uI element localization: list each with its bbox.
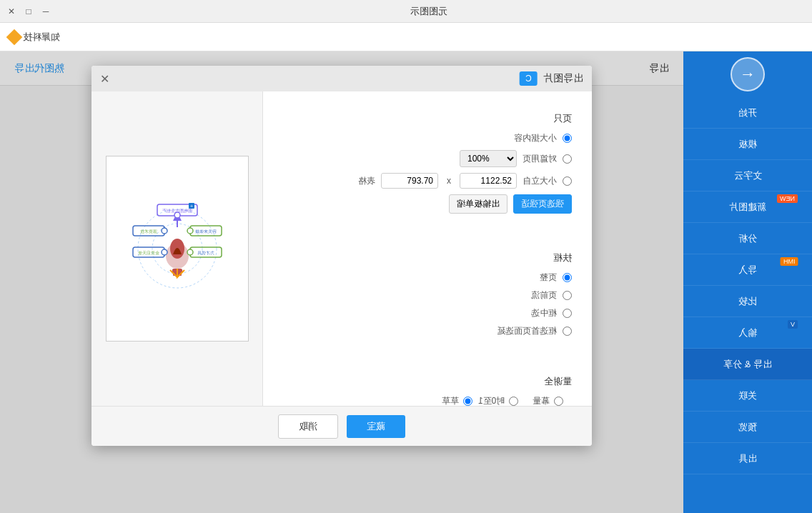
- logo-icon: [6, 29, 23, 45]
- page-size-radio[interactable]: [563, 154, 572, 164]
- sidebar-item-fenxi[interactable]: 分析: [683, 223, 812, 254]
- svg-text:力才优具: 力才优具: [197, 251, 214, 255]
- sidebar-item-chuju[interactable]: 出具: [683, 443, 812, 474]
- sidebar-item-chudao[interactable]: 出导 & 分享: [683, 349, 812, 380]
- svg-point-20: [187, 249, 193, 255]
- app-title: 元图图示: [410, 5, 447, 18]
- page-size-select-label: 对篇用页: [523, 153, 557, 165]
- fit-content-radio[interactable]: [563, 134, 572, 143]
- svg-text:源资术技: 源资术技: [140, 229, 157, 234]
- window-controls[interactable]: ✕ □ ─: [6, 6, 51, 17]
- sidebar-item-shuru[interactable]: V 输入: [683, 317, 812, 349]
- custom-height-input[interactable]: [381, 173, 438, 189]
- ok-button[interactable]: 藏宝: [347, 415, 405, 438]
- size-separator: x: [447, 176, 451, 186]
- page-section-title: 页只: [553, 112, 572, 125]
- sidebar-item-bijiao[interactable]: 比较: [683, 286, 812, 317]
- custom-width-input[interactable]: [460, 173, 517, 189]
- custom-size-radio[interactable]: [563, 176, 572, 186]
- sidebar-item-yuelan[interactable]: 预览: [683, 412, 812, 443]
- frame-selected-row: 框中选: [283, 307, 572, 319]
- content-area: 熟图代出导 出导 ✕ C 出导图片: [0, 51, 683, 513]
- sidebar-item-kaishi[interactable]: 开始: [683, 97, 812, 129]
- frame-whole-radio[interactable]: [563, 273, 572, 282]
- page-fit-button[interactable]: 出输板单缩: [449, 194, 508, 214]
- dialog-header-right: C 出导图片: [520, 71, 583, 86]
- right-sidebar: → 开始 模板 文字云 NEW 新建图片 分析 IMH 导入 比较 V 输入: [683, 51, 812, 513]
- svg-point-16: [174, 212, 180, 218]
- arrow-icon: →: [740, 65, 756, 84]
- close-button[interactable]: ✕: [6, 6, 17, 17]
- sidebar-item-wenzi[interactable]: 文字云: [683, 160, 812, 191]
- frame-current-radio[interactable]: [563, 291, 572, 300]
- format-section: 量谢全 草草 时0至1: [274, 366, 580, 406]
- frame-current-label: 页前流: [531, 289, 557, 302]
- max-button[interactable]: □: [23, 6, 34, 17]
- sidebar-label-fenxi: 分析: [738, 232, 757, 245]
- export-dialog: ✕ C 出导图片: [91, 66, 592, 446]
- sidebar-item-guanlian[interactable]: 关联: [683, 380, 812, 412]
- frame-current-row: 页前流: [283, 289, 572, 302]
- logo: 知犀科技: [9, 31, 60, 44]
- format-section-title: 量谢全: [544, 375, 572, 388]
- svg-text:+: +: [189, 204, 192, 209]
- min-button[interactable]: ─: [40, 6, 51, 17]
- imh-badge: IMH: [781, 257, 798, 266]
- format-screen-radio[interactable]: [463, 397, 472, 406]
- dialog-refresh-button[interactable]: C: [520, 71, 538, 86]
- sidebar-top-arrow-button[interactable]: →: [731, 57, 765, 91]
- main-area: 熟图代出导 出导 ✕ C 出导图片: [0, 51, 812, 513]
- sidebar-label-guanlian: 关联: [738, 389, 757, 402]
- new-badge: NEW: [777, 194, 798, 203]
- format-screen2-radio[interactable]: [554, 397, 563, 406]
- svg-point-18: [162, 249, 167, 255]
- cancel-button[interactable]: 消取: [278, 414, 338, 439]
- frame-section-title: 扶框: [553, 251, 572, 264]
- page-size-section: 页只 小大据内容 100% 对篇用页: [274, 103, 580, 228]
- frame-selected-label: 框中选: [531, 307, 557, 319]
- sidebar-label-mubiao: 模板: [738, 138, 757, 151]
- fit-content-row: 小大据内容: [283, 132, 572, 144]
- main-toolbar: 知犀科技: [0, 23, 812, 51]
- sidebar-label-chudao: 出导 & 分享: [723, 358, 772, 371]
- logo-text: 知犀科技: [23, 31, 60, 44]
- page-size-select-row: 100% 对篇用页: [283, 150, 572, 167]
- format-options-row: 草草 时0至1 幕量: [283, 395, 572, 406]
- dialog-title: 出导图片: [543, 72, 583, 85]
- sidebar-item-daoru[interactable]: IMH 导入: [683, 254, 812, 286]
- frame-whole-row: 页整: [283, 272, 572, 284]
- preview-box: 图电图志业创产 容关来体媒 力才优具 源资术技 金资启天使: [106, 156, 249, 342]
- preview-pane: 图电图志业创产 容关来体媒 力才优具 源资术技 金资启天使: [91, 91, 263, 406]
- custom-height-label: 表格: [358, 175, 375, 187]
- svg-text:金资启天使: 金资启天使: [138, 250, 159, 255]
- frame-extend-radio[interactable]: [563, 327, 572, 336]
- format-screen-label: 草草: [442, 395, 459, 406]
- dialog-close-button[interactable]: ✕: [100, 72, 109, 86]
- svg-text:容关来体媒: 容关来体媒: [195, 229, 217, 234]
- sidebar-item-xinjian[interactable]: NEW 新建图片: [683, 191, 812, 223]
- title-bar: ✕ □ ─ 元图图示: [0, 0, 812, 23]
- sidebar-label-yuelan: 预览: [738, 421, 757, 434]
- sidebar-label-wenzi: 文字云: [734, 169, 762, 182]
- format-screen2-label: 幕量: [533, 395, 550, 406]
- frame-extend-row: 框选首页面选延: [283, 325, 572, 337]
- fit-page-button[interactable]: 强选页强适: [513, 194, 572, 214]
- dialog-overlay: ✕ C 出导图片: [0, 51, 683, 513]
- svg-point-19: [187, 228, 193, 234]
- dialog-body: 图电图志业创产 容关来体媒 力才优具 源资术技 金资启天使: [91, 91, 592, 406]
- format-time-radio[interactable]: [509, 397, 518, 406]
- dialog-footer: 消取 藏宝: [91, 406, 592, 446]
- format-time-label: 时0至1: [478, 395, 505, 406]
- custom-size-label: 小大立自: [523, 175, 557, 187]
- v-badge: V: [788, 320, 798, 329]
- sidebar-label-kaishi: 开始: [738, 106, 757, 119]
- dialog-header: ✕ C 出导图片: [91, 66, 592, 91]
- settings-pane: 页只 小大据内容 100% 对篇用页: [263, 91, 592, 406]
- frame-extend-label: 框选首页面选延: [497, 325, 557, 337]
- page-size-dropdown[interactable]: 100%: [460, 150, 517, 167]
- sidebar-item-mubiao[interactable]: 模板: [683, 129, 812, 160]
- sidebar-label-chuju: 出具: [738, 452, 757, 465]
- fit-content-label: 小大据内容: [514, 132, 557, 144]
- sidebar-label-shuru: 输入: [738, 327, 757, 339]
- frame-selected-radio[interactable]: [563, 309, 572, 318]
